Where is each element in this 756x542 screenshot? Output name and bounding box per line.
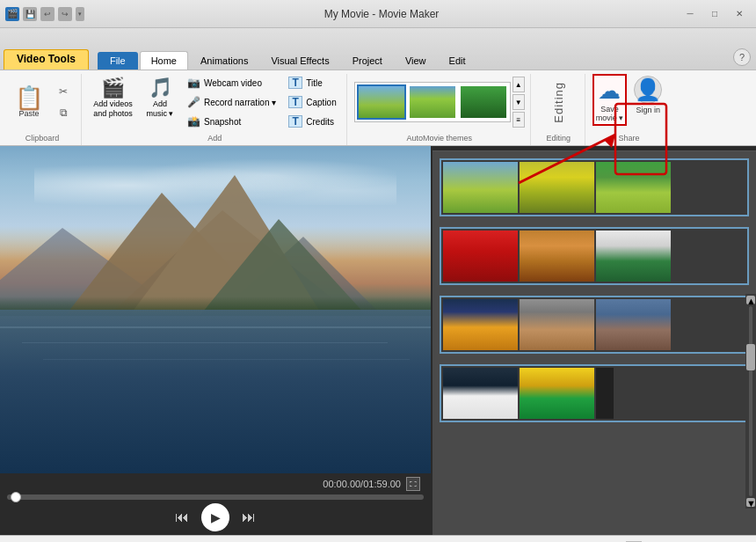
scrubber-handle[interactable] [11, 492, 21, 502]
quick-save-icon[interactable]: 💾 [23, 7, 37, 21]
film-cell-1-1[interactable] [443, 162, 518, 213]
share-label: Share [618, 132, 639, 145]
visual-effects-tab[interactable]: Visual Effects [260, 52, 339, 70]
film-cell-4-1[interactable] [443, 368, 518, 419]
filmstrip-panel: ▲ ▼ [431, 146, 756, 535]
add-row-actions: 📷 Webcam video 🎤 Record narration ▾ 📸 Sn… [183, 74, 280, 130]
minimize-button[interactable]: ─ [679, 4, 701, 24]
copy-button[interactable]: ⧉ [51, 103, 76, 122]
theme-item-1[interactable] [357, 84, 406, 120]
film-cell-2-3[interactable] [596, 231, 671, 282]
app-icon: 🎬 [5, 7, 19, 21]
playback-controls: ⏮ ▶ ⏭ [7, 503, 424, 531]
editing-label: Editing [552, 82, 565, 123]
editing-group: Editing Editing [533, 74, 585, 145]
file-tab[interactable]: File [98, 52, 138, 70]
film-cell-3-1[interactable] [443, 299, 518, 350]
time-display: 00:00.00/01:59.00 ⛶ [7, 477, 424, 491]
film-cell-3-2[interactable] [520, 299, 594, 350]
video-controls: 00:00.00/01:59.00 ⛶ ⏮ ▶ ⏭ [0, 473, 431, 535]
cut-button[interactable]: ✂ [51, 82, 76, 101]
dropdown-icon[interactable]: ▾ [76, 7, 84, 21]
themes-down-button[interactable]: ▼ [512, 94, 525, 110]
themes-label: AutoMovie themes [406, 132, 472, 145]
maximize-button[interactable]: □ [703, 4, 726, 24]
time-counter: 00:00.00/01:59.00 [323, 479, 401, 489]
paste-button[interactable]: 📋 Paste [9, 84, 49, 121]
scroll-up-button[interactable]: ▲ [746, 296, 755, 304]
close-button[interactable]: ✕ [728, 4, 751, 24]
film-cell-1-3[interactable] [596, 162, 671, 213]
add-title-actions: T Title T Caption T Credits [284, 74, 340, 130]
themes-more-button[interactable]: ≡ [512, 112, 525, 128]
title-bar: 🎬 💾 ↩ ↪ ▾ My Movie - Movie Maker ─ □ ✕ [0, 0, 756, 28]
ribbon: 📋 Paste ✂ ⧉ Clipboard 🎬 Add videos and p… [0, 70, 756, 146]
project-tab[interactable]: Project [342, 52, 393, 70]
share-group: ☁ Savemovie ▾ 👤 Sign in Share [587, 74, 672, 145]
save-movie-button[interactable]: ☁ Savemovie ▾ [592, 74, 628, 126]
add-videos-button[interactable]: 🎬 Add videos and photos [89, 74, 137, 121]
film-row-3[interactable] [440, 296, 749, 354]
title-button[interactable]: T Title [284, 74, 340, 92]
status-bar: 17 items selected ⊞ − + [0, 535, 756, 542]
film-row-2[interactable] [440, 227, 749, 285]
clipboard-small-actions: ✂ ⧉ [51, 82, 76, 122]
view-tab[interactable]: View [395, 52, 437, 70]
sign-in-button[interactable]: 👤 Sign in [630, 74, 665, 116]
credits-button[interactable]: T Credits [284, 113, 340, 130]
previous-frame-button[interactable]: ⏮ [170, 505, 194, 530]
film-cell-4-3[interactable] [596, 368, 614, 419]
caption-button[interactable]: T Caption [284, 93, 340, 111]
next-frame-button[interactable]: ⏭ [236, 505, 261, 530]
film-cell-1-2[interactable] [520, 162, 594, 213]
redo-icon[interactable]: ↪ [58, 7, 72, 21]
film-cell-3-3[interactable] [596, 299, 671, 350]
home-tab[interactable]: Home [140, 51, 188, 70]
themes-up-button[interactable]: ▲ [512, 77, 525, 92]
scroll-thumb[interactable] [746, 344, 755, 370]
editing-group-label: Editing [546, 132, 571, 145]
edit-tab[interactable]: Edit [439, 52, 476, 70]
play-button[interactable]: ▶ [201, 503, 229, 531]
theme-item-3[interactable] [459, 84, 508, 120]
video-preview: 00:00.00/01:59.00 ⛶ ⏮ ▶ ⏭ [0, 146, 431, 535]
film-cell-4-2[interactable] [520, 368, 594, 419]
webcam-video-button[interactable]: 📷 Webcam video [183, 74, 280, 92]
film-cell-2-2[interactable] [520, 231, 594, 282]
main-content: 00:00.00/01:59.00 ⛶ ⏮ ▶ ⏭ [0, 146, 756, 535]
video-tools-tab[interactable]: Video Tools [4, 49, 89, 70]
filmstrip-scroll[interactable] [433, 151, 756, 535]
scroll-down-button[interactable]: ▼ [746, 498, 755, 507]
add-music-button[interactable]: 🎵 Addmusic ▾ [141, 74, 179, 121]
scrubber[interactable] [7, 494, 424, 500]
add-label: Add [207, 132, 222, 145]
title-bar-icons: 🎬 💾 ↩ ↪ ▾ [5, 7, 84, 21]
film-row-1[interactable] [440, 158, 749, 216]
undo-icon[interactable]: ↩ [40, 7, 55, 21]
title-bar-controls: ─ □ ✕ [679, 4, 751, 24]
animations-tab[interactable]: Animations [190, 52, 258, 70]
video-canvas[interactable] [0, 146, 431, 473]
clipboard-label: Clipboard [25, 132, 60, 145]
film-row-4[interactable] [440, 364, 749, 422]
themes-group: ▲ ▼ ≡ AutoMovie themes [349, 74, 531, 145]
help-button[interactable]: ? [733, 48, 751, 66]
theme-item-2[interactable] [408, 84, 457, 120]
snapshot-button[interactable]: 📸 Snapshot [183, 113, 280, 130]
fullscreen-button[interactable]: ⛶ [406, 477, 420, 491]
film-cell-2-1[interactable] [443, 231, 518, 282]
record-narration-button[interactable]: 🎤 Record narration ▾ [183, 93, 280, 111]
add-group: 🎬 Add videos and photos 🎵 Addmusic ▾ 📷 W… [84, 74, 347, 145]
window-title: My Movie - Movie Maker [84, 8, 679, 20]
clipboard-group: 📋 Paste ✂ ⧉ Clipboard [4, 74, 82, 145]
